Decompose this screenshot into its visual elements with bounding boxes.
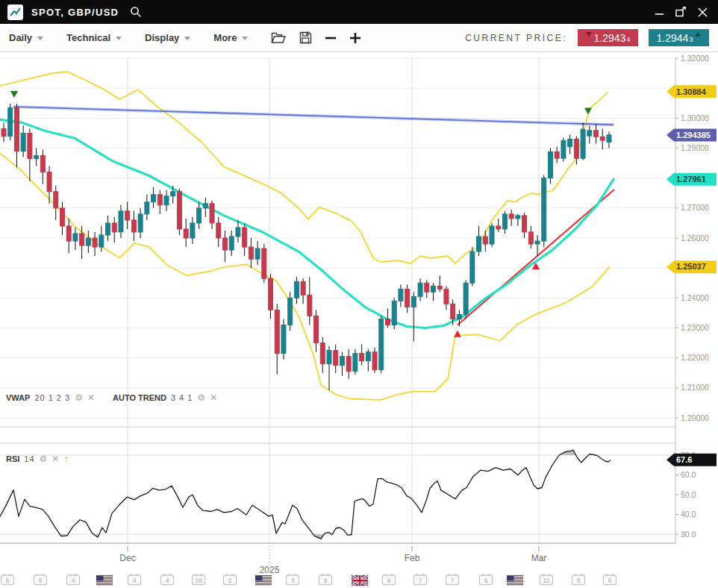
flag-icon-us[interactable]	[507, 575, 523, 586]
rsi-axis-label: 30.0	[681, 530, 696, 539]
candle-bullish	[73, 234, 78, 241]
band-value-tag-value: 1.25037	[676, 262, 706, 271]
open-folder-icon[interactable]	[271, 31, 287, 44]
rsi-remove-icon[interactable]: ✕	[51, 454, 59, 463]
candle-bullish	[145, 202, 149, 214]
candle-bearish	[269, 278, 273, 310]
flag-icon-us[interactable]	[255, 575, 272, 586]
candle-bearish	[301, 281, 305, 295]
candle-bullish	[399, 289, 403, 301]
candle-bearish	[528, 232, 533, 244]
zoom-in-icon[interactable]	[349, 32, 361, 44]
chevron-down-icon	[37, 37, 43, 40]
candle-bullish	[470, 251, 475, 283]
rsi-value-tag-value: 67.6	[676, 455, 692, 464]
menu-display-label: Display	[145, 32, 179, 43]
svg-text:5: 5	[608, 577, 612, 584]
calendar-event-icon[interactable]: 6	[383, 574, 396, 585]
rsi-axis-label: 40.0	[681, 510, 696, 519]
price-down-arrow-icon	[586, 32, 592, 37]
candle-bullish	[152, 195, 156, 202]
bid-price-button[interactable]: 1.2943 4	[578, 29, 638, 46]
chart-toolbar: Daily Technical Display More CURRENT PRI…	[0, 24, 718, 52]
calendar-event-icon[interactable]: 8	[572, 574, 585, 585]
calendar-event-icon[interactable]: 4	[128, 574, 141, 585]
ask-price-button[interactable]: 1.2944 3	[649, 29, 709, 46]
rsi-legend-row: RSI 14 ⚙ ✕ ↑	[6, 454, 69, 464]
calendar-event-icon[interactable]: 4	[67, 574, 80, 585]
popout-icon[interactable]	[675, 7, 687, 17]
chevron-down-icon	[184, 37, 190, 40]
candle-bullish	[197, 208, 202, 223]
calendar-event-icon[interactable]: 5	[1, 574, 14, 585]
calendar-event-icon[interactable]: 2	[224, 574, 237, 585]
candle-bearish	[522, 216, 527, 232]
flag-icon-gb[interactable]	[352, 575, 368, 586]
candle-bullish	[86, 238, 90, 245]
rsi-expand-icon[interactable]: ↑	[63, 454, 69, 464]
menu-timeframe[interactable]: Daily	[9, 32, 43, 43]
vwap-lower-band-line	[0, 153, 610, 400]
candle-bearish	[60, 208, 64, 226]
date-axis-label: Dec	[119, 553, 135, 563]
calendar-event-icon[interactable]: 3	[287, 574, 299, 585]
candle-bullish	[490, 226, 494, 244]
candle-bearish	[360, 354, 364, 361]
sell-signal-triangle-icon	[10, 91, 18, 98]
trading-terminal-window: { "window": { "title": "SPOT, GBP/USD" }…	[0, 0, 718, 588]
candle-bearish	[131, 220, 136, 232]
candle-bearish	[262, 248, 266, 278]
candle-bullish	[587, 131, 592, 136]
bid-price-value: 1.2943	[594, 32, 626, 44]
calendar-event-icon[interactable]: 4	[161, 574, 174, 585]
buy-signal-triangle-icon	[454, 331, 461, 337]
autotrend-settings-icon[interactable]: ⚙	[197, 393, 205, 402]
flag-icon-us[interactable]	[96, 575, 113, 586]
price-chart-canvas[interactable]: 1.320001.310001.300001.290001.280001.270…	[0, 52, 718, 588]
calendar-event-icon[interactable]: 11	[540, 574, 553, 585]
last-price-tag-value: 1.294385	[676, 131, 711, 140]
calendar-event-icon[interactable]: 9	[319, 574, 332, 585]
calendar-event-icon[interactable]: 7	[414, 574, 427, 585]
svg-text:11: 11	[543, 577, 550, 584]
candle-bullish	[190, 223, 195, 238]
calendar-event-icon[interactable]: 7	[446, 574, 459, 585]
search-icon[interactable]	[130, 6, 142, 18]
autotrend-remove-icon[interactable]: ✕	[210, 393, 217, 402]
rsi-line	[0, 450, 611, 539]
menu-more[interactable]: More	[213, 32, 248, 43]
rsi-settings-icon[interactable]: ⚙	[40, 454, 48, 463]
candle-bullish	[431, 286, 436, 292]
svg-text:3: 3	[291, 577, 295, 584]
vwap-upper-band-line	[0, 72, 608, 263]
menu-technical-label: Technical	[66, 32, 110, 43]
price-axis-label: 1.32000	[681, 54, 709, 63]
candle-bullish	[502, 214, 507, 229]
candle-bearish	[385, 319, 390, 325]
close-icon[interactable]	[698, 7, 708, 17]
vwap-indicator-name: VWAP	[6, 393, 30, 402]
menu-display[interactable]: Display	[145, 32, 190, 43]
candle-bullish	[340, 357, 344, 366]
calendar-event-icon[interactable]: 5	[604, 574, 616, 585]
save-icon[interactable]	[299, 31, 312, 44]
calendar-event-icon[interactable]: 8	[34, 574, 47, 585]
candle-bullish	[164, 196, 169, 205]
rsi-indicator-name: RSI	[6, 454, 19, 463]
calendar-event-icon[interactable]: 10	[193, 574, 205, 585]
menu-technical[interactable]: Technical	[66, 32, 122, 43]
candle-bullish	[607, 135, 611, 143]
minimize-icon[interactable]	[655, 7, 664, 16]
price-axis-label: 1.27000	[681, 203, 709, 212]
candle-bearish	[47, 172, 51, 192]
vwap-line	[0, 119, 614, 328]
candle-bullish	[516, 216, 520, 219]
zoom-out-icon[interactable]	[325, 32, 337, 44]
candle-bearish	[125, 211, 130, 220]
candle-bearish	[372, 352, 377, 370]
vwap-settings-icon[interactable]: ⚙	[75, 393, 83, 402]
vwap-remove-icon[interactable]: ✕	[87, 393, 95, 402]
svg-text:5: 5	[484, 577, 488, 584]
calendar-event-icon[interactable]: 5	[480, 574, 493, 585]
price-axis-label: 1.20000	[681, 413, 709, 422]
